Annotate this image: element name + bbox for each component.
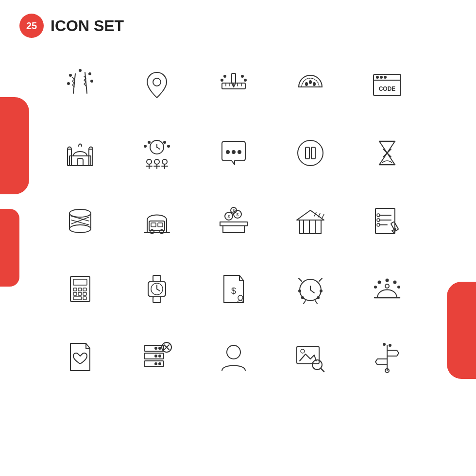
svg-rect-100 <box>73 292 77 295</box>
decoration-right-top <box>447 282 476 379</box>
svg-rect-54 <box>311 147 315 159</box>
svg-point-23 <box>313 83 315 85</box>
svg-rect-105 <box>153 275 161 281</box>
badge-number: 25 <box>19 14 44 38</box>
team-clock-icon <box>125 121 188 185</box>
svg-point-46 <box>162 159 167 164</box>
svg-point-2 <box>69 74 71 76</box>
decoration-left-top <box>0 97 29 194</box>
svg-point-50 <box>232 151 235 153</box>
svg-rect-97 <box>73 288 77 291</box>
heart-file-icon <box>49 325 112 389</box>
svg-rect-30 <box>69 156 91 166</box>
svg-point-5 <box>91 80 93 82</box>
svg-rect-78 <box>300 220 321 234</box>
svg-point-16 <box>224 75 226 77</box>
svg-point-22 <box>309 81 311 84</box>
svg-text:$: $ <box>236 212 238 217</box>
svg-line-35 <box>157 147 160 149</box>
svg-point-147 <box>227 345 240 359</box>
location-pin-icon <box>125 53 188 117</box>
svg-point-43 <box>154 159 159 164</box>
svg-marker-79 <box>297 210 324 220</box>
server-error-icon <box>125 325 188 389</box>
svg-point-59 <box>69 209 91 217</box>
svg-point-114 <box>238 295 243 300</box>
svg-point-26 <box>376 76 378 78</box>
pause-circle-icon <box>279 121 342 185</box>
svg-point-130 <box>394 281 396 284</box>
svg-line-119 <box>319 278 322 281</box>
svg-point-131 <box>398 286 400 288</box>
chat-bubbles-icon <box>202 121 265 185</box>
svg-point-3 <box>89 73 91 75</box>
code-window-icon: CODE <box>356 53 419 117</box>
alarm-clock-icon <box>279 257 342 321</box>
svg-line-110 <box>157 289 160 291</box>
svg-point-125 <box>317 297 319 299</box>
svg-point-143 <box>155 363 157 365</box>
svg-point-18 <box>221 79 223 81</box>
svg-point-39 <box>168 145 170 147</box>
calculator-icon <box>49 257 112 321</box>
svg-point-6 <box>79 69 81 71</box>
svg-point-60 <box>69 225 91 233</box>
page-title: ICON SET <box>51 17 124 35</box>
svg-point-123 <box>320 290 322 292</box>
svg-rect-103 <box>73 297 82 300</box>
svg-point-129 <box>386 279 389 282</box>
fireworks-icon <box>49 53 112 117</box>
svg-rect-104 <box>83 297 86 300</box>
svg-rect-98 <box>78 288 82 291</box>
svg-rect-68 <box>158 223 163 227</box>
decoration-left-bottom <box>0 209 19 287</box>
svg-point-128 <box>378 281 381 284</box>
svg-rect-102 <box>83 292 86 295</box>
watermelon-icon <box>279 53 342 117</box>
svg-point-154 <box>389 344 391 346</box>
tool-pen-icon <box>202 53 265 117</box>
icon-grid: CODE <box>49 53 427 389</box>
svg-line-120 <box>304 301 306 304</box>
svg-point-140 <box>159 363 161 365</box>
svg-point-122 <box>299 290 301 292</box>
svg-point-52 <box>298 140 323 166</box>
svg-text:$: $ <box>231 286 236 296</box>
food-tray-icon <box>356 257 419 321</box>
svg-line-117 <box>310 290 314 293</box>
svg-point-124 <box>302 297 304 299</box>
svg-point-132 <box>374 286 376 288</box>
smartwatch-icon <box>125 257 188 321</box>
svg-text:CODE: CODE <box>379 85 396 92</box>
money-box-icon: $ $ $ <box>202 189 265 253</box>
svg-rect-96 <box>73 279 87 285</box>
svg-rect-106 <box>153 297 161 303</box>
svg-point-19 <box>244 79 246 81</box>
bank-icon <box>279 189 342 253</box>
svg-point-51 <box>238 151 241 153</box>
signpost-icon <box>356 325 419 389</box>
svg-point-7 <box>153 78 161 86</box>
svg-point-141 <box>155 347 157 349</box>
mosque-icon <box>49 121 112 185</box>
svg-point-138 <box>159 347 161 349</box>
svg-rect-99 <box>83 288 86 291</box>
svg-point-142 <box>155 355 157 357</box>
svg-rect-67 <box>151 223 156 227</box>
svg-rect-53 <box>306 147 309 159</box>
svg-line-118 <box>299 278 302 281</box>
user-icon <box>202 325 265 389</box>
svg-rect-101 <box>78 292 82 295</box>
svg-line-151 <box>321 368 324 372</box>
svg-point-36 <box>148 141 150 143</box>
svg-rect-86 <box>375 208 395 234</box>
svg-point-4 <box>68 83 69 85</box>
svg-rect-148 <box>297 346 319 364</box>
image-search-icon <box>279 325 342 389</box>
svg-point-21 <box>306 83 307 85</box>
svg-point-127 <box>385 284 389 288</box>
svg-line-85 <box>322 214 324 218</box>
svg-rect-66 <box>149 221 165 231</box>
svg-point-40 <box>147 159 152 164</box>
svg-point-149 <box>301 349 305 353</box>
